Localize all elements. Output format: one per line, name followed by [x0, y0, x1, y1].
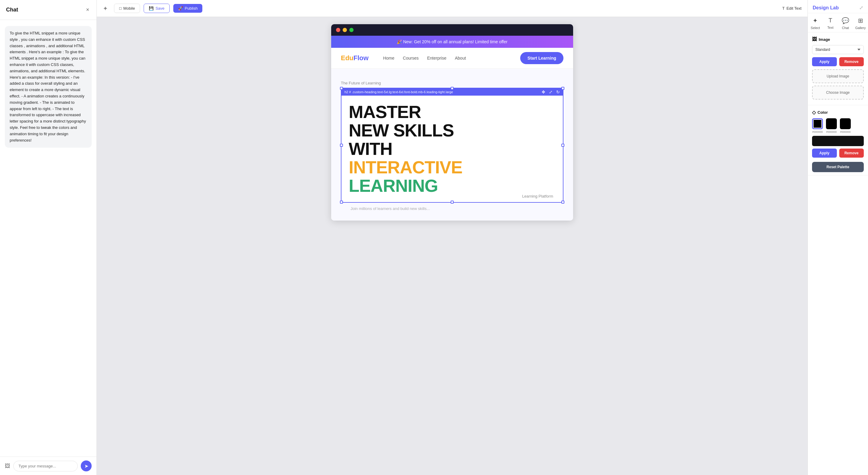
color-swatches: #000000 #000000 #000000 [812, 118, 864, 133]
nav-link-courses[interactable]: Courses [403, 56, 418, 60]
chat-close-button[interactable]: × [85, 5, 90, 14]
gallery-tool[interactable]: ⊞ Gallery [853, 13, 868, 32]
handle-top-right[interactable] [561, 87, 564, 90]
color-swatch-3-wrap: #000000 [840, 118, 851, 133]
save-icon: 💾 [149, 6, 154, 10]
design-panel-header: Design Lab ⤢ [808, 0, 868, 13]
chat-message: To give the HTML snippet a more unique s… [5, 26, 92, 148]
hero-bottom-text: Join millions of learners and build new … [341, 203, 563, 214]
chat-title: Chat [6, 7, 18, 13]
logo-part1: Edu [341, 54, 353, 62]
color-swatch-3-label: #000000 [840, 130, 850, 133]
color-section: ◇ Color #000000 #000000 #000000 Apply Re… [808, 105, 868, 176]
browser-dot-green [349, 28, 353, 32]
image-section: 🖼 Image Standard Cover Contain Fill Appl… [808, 32, 868, 105]
handle-bottom-left[interactable] [340, 201, 343, 204]
color-swatch-2[interactable] [826, 118, 837, 129]
choose-image-button[interactable]: Choose Image [812, 86, 864, 99]
heading-line-5: LEARNING [349, 177, 556, 195]
image-style-select[interactable]: Standard Cover Contain Fill [812, 45, 864, 54]
color-swatch-1[interactable] [812, 118, 823, 129]
nav-logo: EduFlow [341, 54, 369, 62]
save-button[interactable]: 💾 Save [144, 4, 170, 13]
chat-input-area: 🖼 ➤ [0, 456, 96, 475]
design-panel-expand-icon[interactable]: ⤢ [859, 5, 863, 10]
hero-heading: MASTER NEW SKILLS WITH INTERACTIVE LEARN… [341, 96, 563, 202]
color-swatch-3[interactable] [840, 118, 851, 129]
toolbar: ✦ □ Mobile 💾 Save 🚀 Publish T Edit Text [97, 0, 807, 17]
promo-text: 🎉 New: Get 20% off on all annual plans! … [397, 39, 507, 44]
chat-tool[interactable]: 💬 Chat [838, 13, 853, 32]
image-apply-remove-row: Apply Remove [812, 57, 864, 66]
select-icon: ✦ [813, 17, 818, 24]
publish-button[interactable]: 🚀 Publish [173, 4, 203, 13]
logo-part2: Flow [353, 54, 369, 62]
sparkle-icon[interactable]: ✦ [103, 5, 108, 12]
handle-bottom-right[interactable] [561, 201, 564, 204]
color-swatch-1-label: #000000 [812, 130, 823, 133]
gallery-icon: ⊞ [858, 17, 863, 24]
heading-line-3: WITH [349, 140, 556, 158]
heading-line-1: MASTER [349, 103, 556, 121]
handle-mid-left[interactable] [340, 144, 343, 147]
main-area: ✦ □ Mobile 💾 Save 🚀 Publish T Edit Text [97, 0, 807, 475]
handle-bottom-mid[interactable] [451, 201, 454, 204]
handle-mid-right[interactable] [561, 144, 564, 147]
publish-label: Publish [185, 6, 198, 10]
chat-panel: Chat × To give the HTML snippet a more u… [0, 0, 97, 475]
save-label: Save [155, 6, 164, 10]
chat-send-button[interactable]: ➤ [81, 461, 92, 471]
chat-label: Chat [842, 26, 849, 30]
canvas-area[interactable]: 🎉 New: Get 20% off on all annual plans! … [97, 17, 807, 475]
website-preview: 🎉 New: Get 20% off on all annual plans! … [331, 24, 573, 220]
chat-icon: 💬 [842, 17, 849, 24]
select-label: Select [811, 26, 820, 30]
browser-dot-yellow [343, 28, 347, 32]
gallery-label: Gallery [855, 26, 866, 30]
color-swatch-2-wrap: #000000 [826, 118, 837, 133]
move-icon[interactable]: ✥ [542, 90, 545, 94]
chat-input[interactable] [13, 461, 78, 471]
reset-palette-button[interactable]: Reset Palette [812, 162, 864, 172]
edit-text-label: Edit Text [786, 6, 802, 10]
chat-header: Chat × [0, 0, 96, 20]
nav-cta-label: Start Learning [527, 56, 556, 60]
rotate-icon[interactable]: ↻ [556, 90, 560, 94]
text-icon: T [829, 17, 832, 24]
nav-links: Home Courses Enterprise About [383, 56, 466, 60]
nav-cta-button[interactable]: Start Learning [520, 52, 563, 64]
handle-top-left[interactable] [340, 87, 343, 90]
publish-icon: 🚀 [178, 6, 183, 10]
image-icon[interactable]: 🖼 [5, 463, 10, 469]
nav-link-about[interactable]: About [455, 56, 466, 60]
upload-image-button[interactable]: Upload Image [812, 69, 864, 83]
edit-text-button[interactable]: T Edit Text [782, 6, 802, 10]
select-tool[interactable]: ✦ Select [808, 13, 823, 32]
color-remove-button[interactable]: Remove [839, 149, 864, 158]
expand-icon[interactable]: ⤢ [549, 90, 553, 94]
nav-link-enterprise[interactable]: Enterprise [427, 56, 446, 60]
design-panel: Design Lab ⤢ ✦ Select T Text 💬 Chat ⊞ Ga… [807, 0, 868, 475]
browser-bar [331, 24, 573, 36]
chat-messages: To give the HTML snippet a more unique s… [0, 20, 96, 456]
nav-link-home[interactable]: Home [383, 56, 394, 60]
text-tool[interactable]: T Text [823, 13, 838, 32]
color-bar[interactable] [812, 136, 864, 146]
image-apply-button[interactable]: Apply [812, 57, 837, 66]
hero-subtext: Learning Platform [522, 194, 553, 199]
mobile-icon: □ [119, 6, 122, 10]
image-section-label: Image [819, 37, 830, 42]
color-swatch-1-wrap: #000000 [812, 118, 823, 133]
text-label: Text [828, 26, 834, 29]
handle-top-mid[interactable] [451, 87, 454, 90]
mobile-label: Mobile [123, 6, 135, 10]
image-remove-button[interactable]: Remove [839, 57, 864, 66]
hero-label: The Future of Learning [341, 81, 563, 85]
color-section-icon: ◇ [812, 110, 816, 115]
color-apply-button[interactable]: Apply [812, 149, 837, 158]
selected-hero-element[interactable]: h2 # .custom-heading.text-5xl.lg:text-6x… [341, 88, 563, 203]
mobile-button[interactable]: □ Mobile [114, 4, 140, 13]
image-section-icon: 🖼 [812, 37, 817, 42]
edit-text-icon: T [782, 6, 784, 10]
color-section-label: Color [817, 110, 828, 115]
